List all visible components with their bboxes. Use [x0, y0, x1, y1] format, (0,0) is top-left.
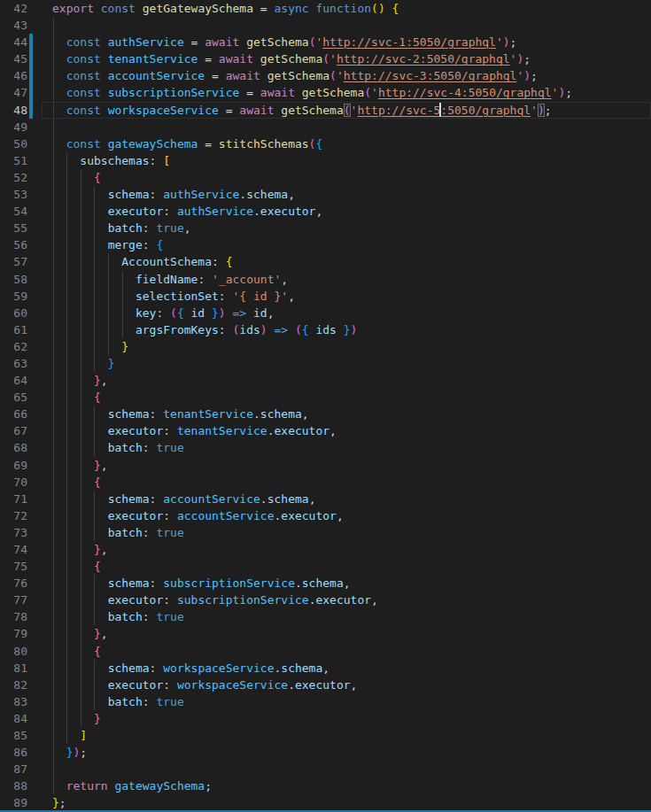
code-line-content[interactable]: schema: subscriptionService.schema, [42, 575, 651, 592]
code-line-content[interactable]: } [42, 355, 651, 372]
gutter[interactable]: 65 [0, 389, 42, 406]
code-line[interactable]: 60 key: ({ id }) => id, [0, 305, 651, 321]
code-line-content[interactable]: merge: { [42, 236, 651, 253]
code-line[interactable]: 83 batch: true [0, 693, 651, 710]
code-line[interactable]: 53 schema: authService.schema, [0, 186, 651, 203]
line-number[interactable]: 77 [0, 592, 27, 608]
code-line[interactable]: 46 const accountService = await getSchem… [0, 67, 651, 84]
line-number[interactable]: 51 [0, 152, 27, 169]
code-line[interactable]: 68 batch: true [0, 439, 651, 456]
line-number[interactable]: 43 [0, 17, 27, 34]
code-line-content[interactable]: }, [42, 541, 651, 558]
code-line[interactable]: 59 selectionSet: '{ id }', [0, 288, 651, 305]
code-line-content[interactable]: const subscriptionService = await getSch… [42, 84, 651, 101]
line-number[interactable]: 84 [0, 710, 27, 727]
git-modified-indicator[interactable] [29, 84, 33, 101]
code-line[interactable]: 47 const subscriptionService = await get… [0, 84, 651, 101]
git-modified-indicator[interactable] [29, 50, 33, 67]
code-line[interactable]: 79 }, [0, 625, 651, 642]
line-number[interactable]: 42 [0, 0, 27, 17]
code-line[interactable]: 70 { [0, 474, 651, 491]
code-line[interactable]: 65 { [0, 389, 651, 406]
git-modified-indicator[interactable] [29, 34, 33, 50]
gutter[interactable]: 70 [0, 474, 42, 491]
code-line[interactable]: 82 executor: workspaceService.executor, [0, 677, 651, 693]
gutter[interactable]: 55 [0, 220, 42, 236]
code-line[interactable]: 49 [0, 119, 651, 135]
line-number[interactable]: 68 [0, 439, 27, 456]
gutter[interactable]: 61 [0, 321, 42, 338]
code-line[interactable]: 42export const getGatewaySchema = async … [0, 0, 651, 17]
gutter[interactable]: 58 [0, 271, 42, 288]
line-number[interactable]: 52 [0, 169, 27, 186]
gutter[interactable]: 68 [0, 439, 42, 456]
code-line[interactable]: 80 { [0, 643, 651, 660]
gutter[interactable]: 83 [0, 693, 42, 710]
code-line-content[interactable]: export const getGatewaySchema = async fu… [42, 0, 651, 17]
code-line-content[interactable]: executor: authService.executor, [42, 203, 651, 220]
code-line-content[interactable]: batch: true [42, 608, 651, 625]
gutter[interactable]: 60 [0, 305, 42, 321]
code-line-content[interactable]: const authService = await getSchema('htt… [42, 34, 651, 50]
gutter[interactable]: 72 [0, 507, 42, 524]
line-number[interactable]: 53 [0, 186, 27, 203]
gutter[interactable]: 78 [0, 608, 42, 625]
git-modified-indicator[interactable] [29, 67, 33, 84]
line-number[interactable]: 87 [0, 761, 27, 777]
code-line[interactable]: 64 }, [0, 372, 651, 389]
code-line[interactable]: 56 merge: { [0, 236, 651, 253]
code-line-content[interactable]: executor: accountService.executor, [42, 507, 651, 524]
gutter[interactable]: 43 [0, 17, 42, 34]
code-line[interactable]: 54 executor: authService.executor, [0, 203, 651, 220]
code-line-content[interactable]: schema: authService.schema, [42, 186, 651, 203]
code-line-content[interactable]: executor: subscriptionService.executor, [42, 592, 651, 608]
line-number[interactable]: 73 [0, 524, 27, 541]
gutter[interactable]: 76 [0, 575, 42, 592]
gutter[interactable]: 73 [0, 524, 42, 541]
code-line[interactable]: 77 executor: subscriptionService.executo… [0, 592, 651, 608]
gutter[interactable]: 84 [0, 710, 42, 727]
code-line[interactable]: 63 } [0, 355, 651, 372]
code-line-content[interactable]: } [42, 338, 651, 355]
code-line[interactable]: 45 const tenantService = await getSchema… [0, 50, 651, 67]
code-line[interactable]: 51 subschemas: [ [0, 152, 651, 169]
code-line-content[interactable]: ] [42, 727, 651, 744]
code-line-content[interactable]: selectionSet: '{ id }', [42, 288, 651, 305]
gutter[interactable]: 52 [0, 169, 42, 186]
line-number[interactable]: 82 [0, 677, 27, 693]
code-line[interactable]: 50 const gatewaySchema = stitchSchemas({ [0, 135, 651, 152]
code-line[interactable]: 87 [0, 761, 651, 777]
code-line-content[interactable]: const accountService = await getSchema('… [42, 67, 651, 84]
gutter[interactable]: 54 [0, 203, 42, 220]
gutter[interactable]: 47 [0, 84, 42, 101]
line-number[interactable]: 83 [0, 693, 27, 710]
line-number[interactable]: 48 [0, 102, 27, 119]
code-line[interactable]: 75 { [0, 558, 651, 575]
code-line-content[interactable]: { [42, 643, 651, 660]
gutter[interactable]: 64 [0, 372, 42, 389]
gutter[interactable]: 57 [0, 253, 42, 270]
code-line-content[interactable]: { [42, 389, 651, 406]
gutter[interactable]: 80 [0, 643, 42, 660]
code-line[interactable]: 48 const workspaceService = await getSch… [0, 102, 651, 119]
gutter[interactable]: 88 [0, 777, 42, 794]
code-line[interactable]: 58 fieldName: '_account', [0, 271, 651, 288]
line-number[interactable]: 57 [0, 253, 27, 270]
code-line-content[interactable] [42, 761, 651, 777]
code-line[interactable]: 55 batch: true, [0, 220, 651, 236]
code-line-content[interactable]: fieldName: '_account', [42, 271, 651, 288]
line-number[interactable]: 63 [0, 355, 27, 372]
code-line[interactable]: 74 }, [0, 541, 651, 558]
line-number[interactable]: 85 [0, 727, 27, 744]
code-line[interactable]: 85 ] [0, 727, 651, 744]
code-line[interactable]: 57 AccountSchema: { [0, 253, 651, 270]
line-number[interactable]: 61 [0, 321, 27, 338]
line-number[interactable]: 59 [0, 288, 27, 305]
code-line[interactable]: 72 executor: accountService.executor, [0, 507, 651, 524]
line-number[interactable]: 67 [0, 422, 27, 439]
code-line-content[interactable]: return gatewaySchema; [42, 777, 651, 794]
code-line[interactable]: 86 }); [0, 744, 651, 761]
line-number[interactable]: 46 [0, 67, 27, 84]
line-number[interactable]: 78 [0, 608, 27, 625]
gutter[interactable]: 63 [0, 355, 42, 372]
